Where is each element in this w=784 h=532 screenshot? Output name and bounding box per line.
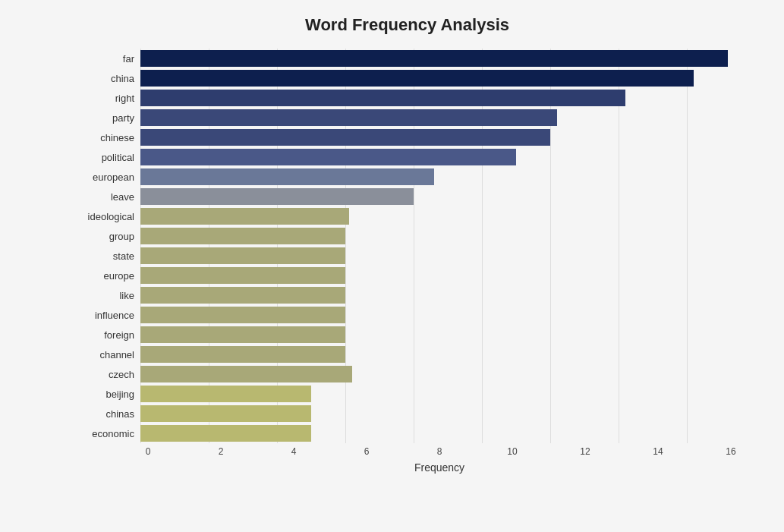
bar-row: [140, 364, 738, 384]
x-axis-labels: 0246810121416 Frequency: [140, 446, 738, 474]
bar-row: [140, 305, 738, 325]
y-label: chinas: [76, 404, 134, 423]
bar: [140, 307, 345, 323]
bar-row: [140, 206, 738, 226]
x-tick: 4: [286, 446, 301, 457]
bar-row: [140, 147, 738, 167]
x-tick: 0: [140, 446, 156, 457]
x-axis-section: 0246810121416 Frequency: [76, 446, 738, 474]
y-label: far: [76, 49, 134, 68]
bar: [140, 405, 311, 422]
y-label: foreign: [76, 325, 134, 345]
bar-row: [140, 187, 738, 206]
y-label: group: [76, 226, 134, 246]
y-label: european: [76, 167, 134, 187]
bar: [140, 366, 352, 382]
bar: [140, 90, 625, 106]
bars-rows: [140, 49, 738, 443]
y-labels: farchinarightpartychinesepoliticaleurope…: [76, 49, 140, 443]
y-label: right: [76, 88, 134, 108]
x-axis-title: Frequency: [140, 461, 738, 474]
bar-row: [140, 325, 738, 345]
bar: [140, 109, 557, 126]
bar-row: [140, 384, 738, 404]
y-label: europe: [76, 266, 134, 285]
bar-row: [140, 404, 738, 423]
chart-container: Word Frequency Analysis farchinarightpar…: [0, 0, 784, 532]
bar: [140, 425, 311, 442]
bar-row: [140, 285, 738, 305]
y-label: state: [76, 246, 134, 266]
y-label: party: [76, 108, 134, 127]
bar-row: [140, 226, 738, 246]
y-label: channel: [76, 345, 134, 364]
chart-area: farchinarightpartychinesepoliticaleurope…: [76, 49, 738, 459]
bar: [140, 287, 345, 304]
bar-row: [140, 345, 738, 364]
bar: [140, 267, 345, 284]
y-label: economic: [76, 423, 134, 443]
bar: [140, 326, 345, 343]
y-label: like: [76, 285, 134, 305]
y-label: influence: [76, 305, 134, 325]
x-tick: 16: [723, 446, 738, 457]
bar-row: [140, 127, 738, 147]
chart-title: Word Frequency Analysis: [76, 15, 738, 35]
x-ticks: 0246810121416: [140, 446, 738, 457]
bar-row: [140, 88, 738, 108]
y-label: political: [76, 147, 134, 167]
y-label: leave: [76, 187, 134, 206]
bar-row: [140, 68, 738, 88]
bar: [140, 346, 345, 363]
bars-section: farchinarightpartychinesepoliticaleurope…: [76, 49, 738, 443]
bar-row: [140, 49, 738, 68]
bar-row: [140, 167, 738, 187]
y-label: ideological: [76, 206, 134, 226]
x-tick: 8: [432, 446, 447, 457]
y-label: china: [76, 68, 134, 88]
x-tick: 12: [578, 446, 593, 457]
bar-row: [140, 266, 738, 285]
bar: [140, 386, 311, 402]
bar: [140, 208, 349, 225]
bar: [140, 70, 694, 87]
bar: [140, 247, 345, 264]
bars-and-grid: [140, 49, 738, 443]
y-label: beijing: [76, 384, 134, 404]
y-label: czech: [76, 364, 134, 384]
x-tick: 14: [650, 446, 666, 457]
bar: [140, 129, 550, 146]
x-tick: 10: [505, 446, 520, 457]
bar: [140, 228, 345, 244]
bar: [140, 188, 414, 205]
y-label: chinese: [76, 127, 134, 147]
x-tick: 6: [359, 446, 374, 457]
bar-row: [140, 108, 738, 127]
bar: [140, 168, 434, 185]
x-tick: 2: [213, 446, 228, 457]
bar: [140, 50, 728, 67]
bar-row: [140, 246, 738, 266]
bar: [140, 149, 516, 165]
bar-row: [140, 423, 738, 443]
